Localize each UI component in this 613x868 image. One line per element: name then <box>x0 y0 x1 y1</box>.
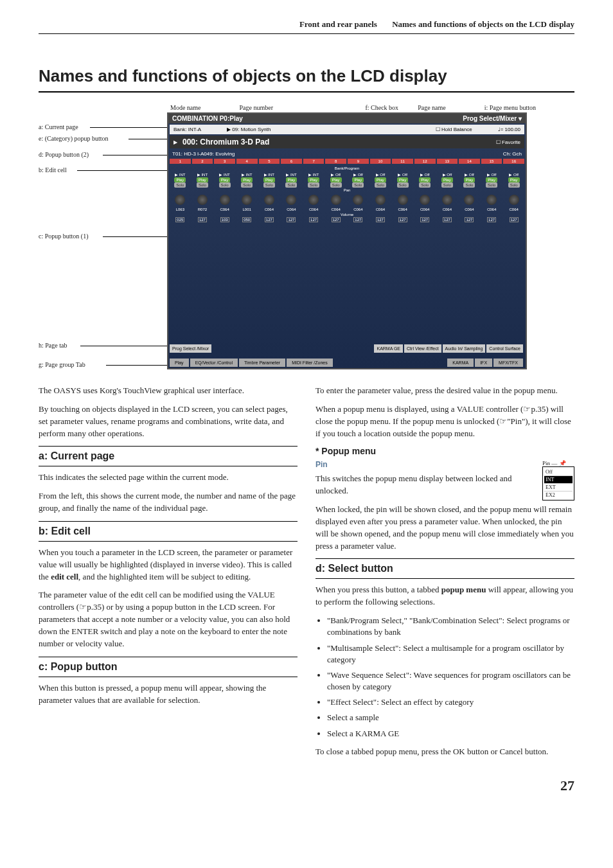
page-title: Names and functions of objects on the LC… <box>39 66 574 93</box>
a-p2: From the left, this shows the current mo… <box>39 490 298 515</box>
heading-a: a: Current page <box>39 446 298 466</box>
ss-favorite: Favorite <box>502 139 520 145</box>
pin-opt-ext: EXT <box>544 484 573 492</box>
header-right: Names and functions of objects on the LC… <box>392 19 574 29</box>
ss-page-name: Prog Select/Mixer <box>463 115 517 122</box>
label-mode-name: Mode name <box>170 104 201 111</box>
pin-p1: This switches the popup menu display bet… <box>315 473 574 497</box>
ss-bank: Bank: INT-A <box>173 127 201 132</box>
c-p2: To enter the parameter value, press the … <box>315 385 574 397</box>
pin-opt-int: INT <box>544 476 573 484</box>
label-page-name: Page name <box>418 104 446 111</box>
a-p1: This indicates the selected page within … <box>39 472 298 484</box>
pin-figure: Pin — 📌 Off INT EXT EX2 <box>542 460 574 500</box>
callout-b: b: Edit cell <box>39 166 67 173</box>
heading-d: d: Select button <box>315 558 574 579</box>
top-labels: Mode name Page number f: Check box Page … <box>170 104 574 111</box>
pin-opt-ex2: EX2 <box>544 492 573 499</box>
ss-tempo: 100.00 <box>505 127 520 132</box>
vol-row: 0251271030501271271271271271271271271271… <box>168 217 526 222</box>
list-item: "Bank/Program Select," "Bank/Combination… <box>327 615 574 638</box>
label-checkbox: f: Check box <box>365 104 398 111</box>
ss-hold-balance: Hold Balance <box>441 127 472 132</box>
left-column: The OASYS uses Korg's TouchView graphica… <box>39 385 298 765</box>
heading-c: c: Popup button <box>39 657 298 677</box>
list-item: Select a KARMA GE <box>327 728 574 740</box>
solo-row: SoloSoloSoloSoloSoloSoloSoloSoloSoloSolo… <box>168 182 526 188</box>
intro-2: By touching on objects displayed in the … <box>39 403 298 440</box>
callout-g: g: Page group Tab <box>39 361 85 368</box>
ss-prog-name: 000: Chromium 3-D Pad <box>182 137 269 146</box>
callout-c: c: Popup button (1) <box>39 233 89 240</box>
page-tabs: Prog Select /MixorKARMA GECtrl View /Eff… <box>168 343 526 354</box>
b-p1: When you touch a parameter in the LCD sc… <box>39 547 298 583</box>
ss-t01: T01: HD-3 I-A049: Evolving <box>172 151 235 157</box>
label-page-number: Page number <box>240 104 274 111</box>
ss-category: 09: Motion Synth <box>232 127 271 132</box>
ss-mode-title: COMBINATION P0:Play <box>172 115 243 122</box>
ss-ch: Ch: Gch <box>503 151 522 157</box>
list-item: Select a sample <box>327 712 574 723</box>
right-column: To enter the parameter value, press the … <box>315 385 574 765</box>
callout-h: h: Page tab <box>39 342 67 349</box>
play-row: PlayPlayPlayPlayPlayPlayPlayPlayPlayPlay… <box>168 177 526 182</box>
list-item: "Multisample Select": Select a multisamp… <box>327 642 574 666</box>
c-p1: When this button is pressed, a popup men… <box>39 682 298 707</box>
diagram: Mode name Page number f: Check box Page … <box>39 104 574 369</box>
status-row: ▶ INT▶ INT▶ INT▶ INT▶ INT▶ INT▶ INT▶ Off… <box>168 172 526 177</box>
b-p2: The parameter value of the edit cell can… <box>39 589 298 650</box>
callout-d: d: Popup button (2) <box>39 151 89 158</box>
knob-row <box>168 193 526 207</box>
pan-row: L063R072C064L001C064C064C064C064C064C064… <box>168 207 526 212</box>
intro-1: The OASYS uses Korg's TouchView graphica… <box>39 385 298 397</box>
header-left: Front and rear panels <box>299 19 377 29</box>
callout-e: e: (Category) popup button <box>39 135 109 142</box>
c-p3: When a popup menu is displayed, using a … <box>315 403 574 440</box>
lcd-screenshot: COMBINATION P0:Play Prog Select/Mixer ▾ … <box>167 112 527 369</box>
label-menu-button: i: Page menu button <box>484 104 536 111</box>
pin-p2: When locked, the pin will be shown close… <box>315 504 574 552</box>
list-item: "Wave Sequence Select": Wave sequences f… <box>327 669 574 693</box>
d-list: "Bank/Program Select," "Bank/Combination… <box>327 615 574 740</box>
heading-pin: Pin <box>315 460 574 469</box>
page-number: 27 <box>39 777 574 794</box>
page-header: Front and rear panels Names and function… <box>39 19 574 34</box>
pin-opt-off: Off <box>544 468 573 476</box>
page-group-tabs: PlayEQ/Vector /ControlTimbre ParameterMI… <box>168 357 526 368</box>
callout-a: a: Current page <box>39 123 78 130</box>
track-heads: 12345678910111213141516 <box>168 158 526 165</box>
d-p1: When you press this button, a tabbed pop… <box>315 584 574 608</box>
heading-b: b: Edit cell <box>39 521 298 542</box>
d-p2: To close a tabbed popup menu, press the … <box>315 746 574 758</box>
heading-popup: * Popup menu <box>315 446 574 456</box>
list-item: "Effect Select": Select an effect by cat… <box>327 696 574 708</box>
